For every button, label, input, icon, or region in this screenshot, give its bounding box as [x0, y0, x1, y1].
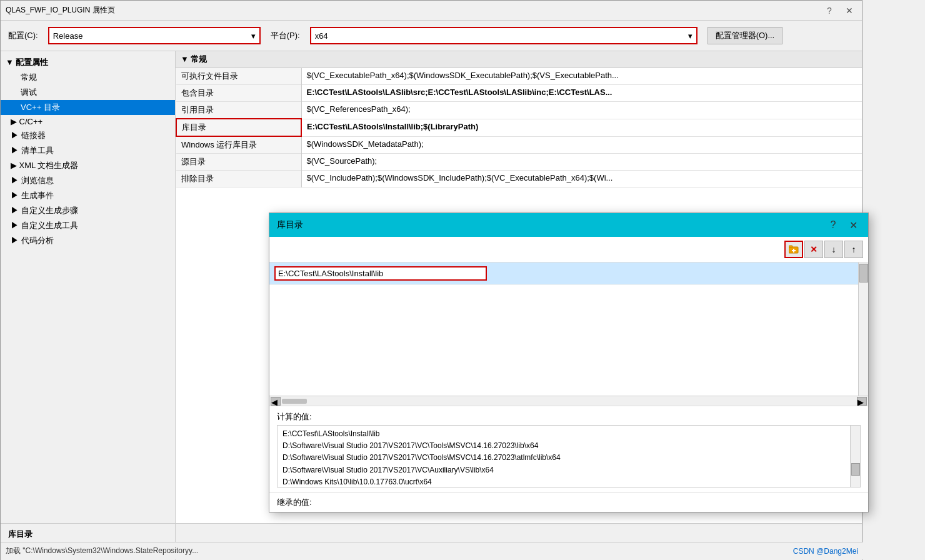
table-row: 引用目录 $(VC_ReferencesPath_x64);: [176, 102, 862, 119]
inherited-label: 继承的值:: [277, 498, 312, 507]
h-scroll-right-btn[interactable]: ▶: [857, 397, 867, 406]
props-header: ▼ 常规: [176, 51, 862, 68]
dialog-toolbar: ✕ ↓ ↑: [269, 237, 868, 262]
config-manager-button[interactable]: 配置管理器(O)...: [708, 27, 783, 44]
prop-value-lib: E:\CCTest\LAStools\Install\lib;$(Library…: [301, 119, 862, 136]
config-row: 配置(C): Release ▾ 平台(P): x64 ▾ 配置管理器(O)..…: [1, 21, 862, 51]
desc-title: 库目录: [8, 529, 168, 540]
prop-value-winruntime: $(WindowsSDK_MetadataPath);: [301, 136, 862, 154]
dialog-help-button[interactable]: ?: [826, 218, 841, 232]
props-table: 可执行文件目录 $(VC_ExecutablePath_x64);$(Windo…: [176, 68, 862, 188]
library-dir-dialog: 库目录 ? ✕ ✕ ↓ ↑ ◀: [269, 212, 869, 512]
help-button[interactable]: ?: [822, 3, 837, 18]
dialog-add-folder-button[interactable]: [784, 241, 803, 258]
prop-name-ref: 引用目录: [176, 102, 301, 119]
dialog-delete-button[interactable]: ✕: [804, 241, 823, 258]
dialog-title-text: 库目录: [277, 219, 303, 231]
tree-item-debug[interactable]: 调试: [1, 85, 175, 100]
tree-item-code-analysis[interactable]: ▶ 代码分析: [1, 233, 175, 248]
prop-name-winruntime: Windows 运行库目录: [176, 136, 301, 154]
prop-name-exclude: 排除目录: [176, 171, 301, 188]
prop-name-executable: 可执行文件目录: [176, 68, 301, 85]
dialog-title-bar: 库目录 ? ✕: [269, 213, 868, 237]
dialog-move-up-button[interactable]: ↑: [844, 241, 863, 258]
close-button[interactable]: ✕: [842, 3, 857, 18]
dialog-list-item[interactable]: [269, 262, 868, 285]
computed-value-2: D:\Software\Visual Studio 2017\VS2017\VC…: [282, 440, 855, 452]
tree-item-custom-tool[interactable]: ▶ 自定义生成工具: [1, 218, 175, 233]
prop-value-source: $(VC_SourcePath);: [301, 154, 862, 171]
title-bar: QLAS_FWF_IO_PLUGIN 属性页 ? ✕: [1, 1, 862, 21]
prop-name-include: 包含目录: [176, 85, 301, 102]
tree-item-manifest[interactable]: ▶ 清单工具: [1, 143, 175, 158]
tree-item-custom-build[interactable]: ▶ 自定义生成步骤: [1, 203, 175, 218]
status-right: CSDN @Dang2Mei: [793, 547, 858, 556]
tree-item-build-events[interactable]: ▶ 生成事件: [1, 188, 175, 203]
platform-label: 平台(P):: [271, 30, 300, 41]
dialog-v-scrollbar[interactable]: [858, 262, 868, 396]
table-row: 排除目录 $(VC_IncludePath);$(WindowsSDK_Incl…: [176, 171, 862, 188]
config-select[interactable]: Release ▾: [48, 27, 261, 44]
platform-select[interactable]: x64 ▾: [310, 27, 698, 44]
prop-value-executable: $(VC_ExecutablePath_x64);$(WindowsSDK_Ex…: [301, 68, 862, 85]
computed-label: 计算的值:: [277, 411, 861, 422]
scrollbar-thumb: [859, 264, 868, 282]
prop-value-exclude: $(VC_IncludePath);$(WindowsSDK_IncludePa…: [301, 171, 862, 188]
lib-path-input[interactable]: [274, 266, 487, 281]
left-tree-panel: ▼ 配置属性 常规 调试 VC++ 目录 ▶ C/C++ ▶ 链接器 ▶ 清单工…: [1, 51, 176, 523]
title-bar-controls: ? ✕: [822, 3, 857, 18]
status-text: 加载 "C:\Windows\System32\Windows.StateRep…: [6, 546, 198, 556]
config-label: 配置(C):: [8, 30, 38, 41]
computed-scroll-thumb: [851, 463, 860, 476]
table-row: 源目录 $(VC_SourcePath);: [176, 154, 862, 171]
dialog-list-area[interactable]: [269, 262, 868, 396]
prop-name-lib: 库目录: [176, 119, 301, 136]
svg-rect-1: [789, 246, 792, 248]
computed-v-scrollbar[interactable]: [850, 426, 860, 487]
dialog-title-controls: ? ✕: [826, 218, 861, 232]
h-scroll-left-btn[interactable]: ◀: [271, 397, 281, 406]
computed-box: E:\CCTest\LAStools\Install\lib D:\Softwa…: [277, 425, 861, 488]
computed-value-3: D:\Software\Visual Studio 2017\VS2017\VC…: [282, 452, 855, 464]
prop-value-ref: $(VC_ReferencesPath_x64);: [301, 102, 862, 119]
tree-item-vc-dirs[interactable]: VC++ 目录: [1, 100, 175, 115]
computed-section: 计算的值: E:\CCTest\LAStools\Install\lib D:\…: [269, 406, 868, 492]
computed-value-4: D:\Software\Visual Studio 2017\VS2017\VC…: [282, 464, 855, 476]
prop-value-include: E:\CCTest\LAStools\LASlib\src;E:\CCTest\…: [301, 85, 862, 102]
dialog-close-button[interactable]: ✕: [846, 218, 861, 232]
table-row-lib: 库目录 E:\CCTest\LAStools\Install\lib;$(Lib…: [176, 119, 862, 136]
dialog-move-down-button[interactable]: ↓: [824, 241, 843, 258]
computed-value-1: E:\CCTest\LAStools\Install\lib: [282, 428, 855, 440]
window-title: QLAS_FWF_IO_PLUGIN 属性页: [6, 5, 115, 16]
dialog-h-scrollbar[interactable]: ◀ ▶: [269, 396, 868, 406]
tree-item-browse[interactable]: ▶ 浏览信息: [1, 173, 175, 188]
h-scroll-thumb: [282, 399, 307, 404]
prop-name-source: 源目录: [176, 154, 301, 171]
tree-item-linker[interactable]: ▶ 链接器: [1, 128, 175, 143]
table-row: 包含目录 E:\CCTest\LAStools\LASlib\src;E:\CC…: [176, 85, 862, 102]
tree-item-cpp[interactable]: ▶ C/C++: [1, 115, 175, 128]
table-row: 可执行文件目录 $(VC_ExecutablePath_x64);$(Windo…: [176, 68, 862, 85]
table-row: Windows 运行库目录 $(WindowsSDK_MetadataPath)…: [176, 136, 862, 154]
tree-item-xml-doc[interactable]: ▶ XML 文档生成器: [1, 158, 175, 173]
tree-section-header[interactable]: ▼ 配置属性: [1, 54, 175, 70]
tree-item-general[interactable]: 常规: [1, 70, 175, 85]
inherited-section: 继承的值:: [269, 492, 868, 512]
status-bar: 加载 "C:\Windows\System32\Windows.StateRep…: [1, 542, 863, 559]
computed-value-5: D:\Windows Kits\10\lib\10.0.17763.0\ucrt…: [282, 476, 855, 488]
dialog-list: [269, 262, 868, 396]
